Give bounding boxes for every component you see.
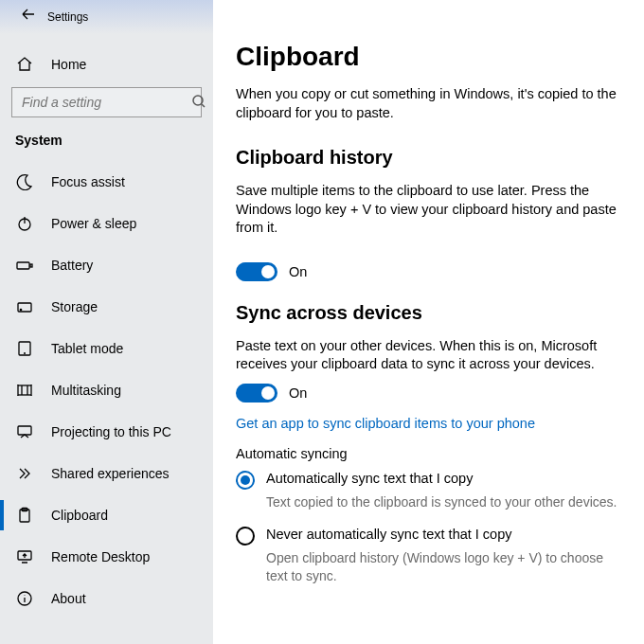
moon-icon [15, 172, 34, 191]
radio-auto-sync-off[interactable] [236, 527, 255, 546]
sidebar: Settings Home System Focus assist [0, 0, 213, 644]
sidebar-item-label: Storage [51, 299, 98, 314]
sidebar-item-label: About [51, 591, 86, 606]
svg-rect-2 [17, 262, 29, 269]
toggle-clipboard-history[interactable] [236, 262, 277, 281]
home-icon [15, 55, 34, 74]
toggle-sync-devices[interactable] [236, 384, 277, 402]
svg-rect-3 [30, 264, 32, 267]
page-intro: When you copy or cut something in Window… [236, 85, 621, 122]
storage-icon [15, 297, 34, 316]
tablet-icon [15, 339, 34, 358]
sidebar-item-clipboard[interactable]: Clipboard [0, 494, 213, 536]
radio-sublabel: Open clipboard history (Windows logo key… [266, 549, 621, 585]
section-desc-history: Save multiple items to the clipboard to … [236, 182, 621, 238]
search-input[interactable] [20, 94, 191, 111]
sidebar-item-label: Multitasking [51, 383, 121, 398]
radio-label: Automatically sync text that I copy [266, 471, 473, 486]
svg-point-0 [193, 96, 203, 105]
sidebar-item-home[interactable]: Home [0, 47, 213, 81]
battery-icon [15, 256, 34, 275]
sidebar-item-label: Remote Desktop [51, 549, 150, 564]
sidebar-item-label: Tablet mode [51, 341, 123, 356]
sidebar-item-focus-assist[interactable]: Focus assist [0, 161, 213, 203]
search-icon [191, 94, 206, 112]
radio-label: Never automatically sync text that I cop… [266, 527, 512, 542]
sidebar-item-label: Projecting to this PC [51, 424, 171, 439]
radio-sublabel: Text copied to the clipboard is synced t… [266, 493, 621, 511]
subheading-auto-sync: Automatic syncing [236, 446, 621, 461]
sidebar-item-battery[interactable]: Battery [0, 244, 213, 286]
power-icon [15, 214, 34, 233]
sidebar-item-label: Home [51, 57, 86, 72]
sidebar-item-remote-desktop[interactable]: Remote Desktop [0, 536, 213, 578]
sidebar-item-multitasking[interactable]: Multitasking [0, 369, 213, 411]
search-field[interactable] [11, 87, 202, 117]
section-heading-history: Clipboard history [236, 147, 621, 169]
sidebar-item-label: Battery [51, 258, 93, 273]
svg-rect-7 [18, 385, 31, 395]
radio-auto-sync-on[interactable] [236, 471, 255, 490]
sidebar-item-about[interactable]: About [0, 578, 213, 619]
sidebar-item-projecting[interactable]: Projecting to this PC [0, 411, 213, 453]
svg-point-5 [20, 309, 21, 310]
sidebar-item-storage[interactable]: Storage [0, 286, 213, 328]
clipboard-icon [15, 506, 34, 525]
sidebar-item-label: Shared experiences [51, 466, 170, 481]
toggle-state-label: On [289, 385, 307, 401]
main-content: Clipboard When you copy or cut something… [213, 0, 644, 644]
multitasking-icon [15, 381, 34, 400]
sidebar-item-label: Focus assist [51, 174, 125, 189]
page-title: Clipboard [236, 42, 621, 72]
sidebar-item-label: Power & sleep [51, 216, 136, 231]
sidebar-item-label: Clipboard [51, 508, 108, 523]
svg-rect-8 [18, 426, 31, 435]
sidebar-nav-list: Focus assist Power & sleep Battery Stora… [0, 161, 213, 619]
remote-desktop-icon [15, 547, 34, 566]
info-icon [15, 589, 34, 608]
toggle-state-label: On [289, 264, 307, 279]
shared-icon [15, 464, 34, 483]
projecting-icon [15, 422, 34, 441]
sidebar-item-shared-experiences[interactable]: Shared experiences [0, 453, 213, 494]
section-heading-sync: Sync across devices [236, 302, 621, 324]
sidebar-item-tablet-mode[interactable]: Tablet mode [0, 328, 213, 369]
back-button[interactable] [11, 0, 45, 28]
section-desc-sync: Paste text on your other devices. When t… [236, 337, 621, 374]
link-sync-app[interactable]: Get an app to sync clipboard items to yo… [236, 416, 621, 431]
window-title: Settings [47, 10, 88, 28]
titlebar: Settings [0, 0, 213, 28]
sidebar-section-header: System [0, 127, 213, 153]
sidebar-item-power-sleep[interactable]: Power & sleep [0, 203, 213, 244]
